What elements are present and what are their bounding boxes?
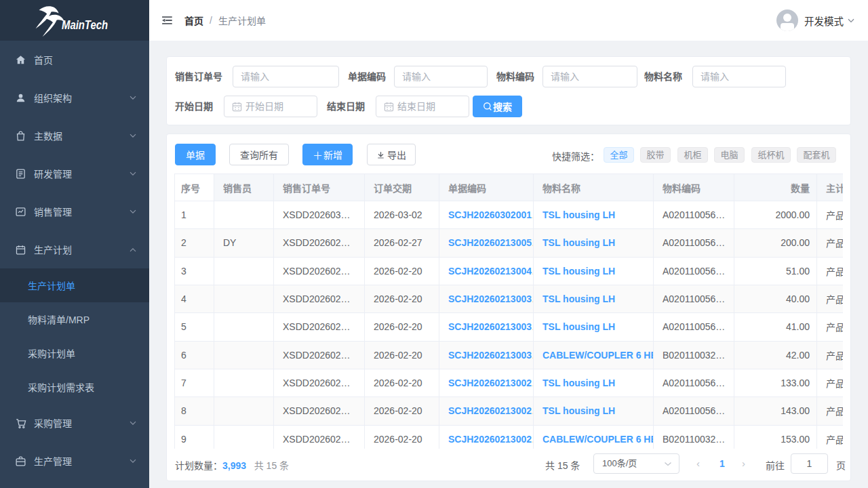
svg-text:MainTech: MainTech (62, 18, 108, 32)
